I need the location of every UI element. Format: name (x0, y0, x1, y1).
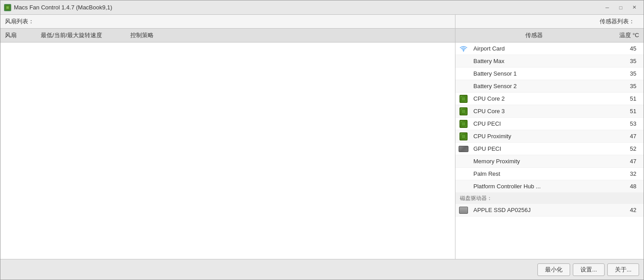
cpu-icon-core3 (455, 107, 472, 115)
sensor-row-cpu-peci[interactable]: CPU PECI 53 (455, 118, 644, 130)
cpu-icon-peci (455, 120, 472, 128)
sensor-row-palm[interactable]: Palm Rest 32 (455, 168, 644, 180)
fan-table-body (0, 42, 455, 259)
sensor-row-airport[interactable]: Airport Card 45 (455, 42, 644, 55)
sensor-temp-cpu-core3: 51 (617, 108, 644, 115)
app-icon (4, 4, 11, 11)
sensor-row-battery-sensor2[interactable]: Battery Sensor 2 35 (455, 80, 644, 93)
sensor-temp-mem-prox: 47 (617, 158, 644, 165)
sensor-name-cpu-prox: CPU Proximity (472, 133, 617, 140)
sensor-row-battery-sensor1[interactable]: Battery Sensor 1 35 (455, 68, 644, 80)
sensor-temp-gpu-peci: 52 (617, 145, 644, 152)
title-bar: Macs Fan Control 1.4.7 (MacBook9,1) ─ □ … (0, 0, 644, 15)
sensor-name-gpu-peci: GPU PECI (472, 145, 617, 152)
sensor-temp-cpu-peci: 53 (617, 120, 644, 127)
cpu-icon-core2 (455, 95, 472, 103)
sensor-name-mem-prox: Memory Proximity (472, 158, 617, 165)
window-title: Macs Fan Control 1.4.7 (MacBook9,1) (14, 4, 601, 11)
sensor-row-cpu-core3[interactable]: CPU Core 3 51 (455, 105, 644, 118)
maximize-btn[interactable]: □ (615, 3, 627, 12)
sensor-row-battery-max[interactable]: Battery Max 35 (455, 55, 644, 68)
sensor-temp-pch: 48 (617, 183, 644, 190)
wifi-icon (455, 46, 472, 52)
sensor-list: Airport Card 45 Battery Max 35 Battery S… (455, 42, 644, 259)
minimize-button[interactable]: 最小化 (537, 263, 570, 276)
sensor-name-cpu-core2: CPU Core 2 (472, 95, 617, 102)
bottom-bar: 最小化 设置... 关于... (0, 259, 644, 280)
sensor-row-mem-prox[interactable]: Memory Proximity 47 (455, 155, 644, 168)
sensor-name-battery-s2: Battery Sensor 2 (472, 83, 617, 89)
sensor-col-header: 传感器 (455, 31, 612, 39)
svg-point-2 (463, 50, 464, 51)
sensor-temp-cpu-prox: 47 (617, 133, 644, 140)
sensor-name-palm: Palm Rest (472, 170, 617, 177)
sensor-section-header: 传感器列表： (455, 15, 644, 28)
sensor-name-cpu-core3: CPU Core 3 (472, 108, 617, 115)
sensor-temp-battery-s2: 35 (617, 83, 644, 89)
strategy-col-header: 控制策略 (126, 31, 455, 39)
speed-col-header: 最低/当前/最大旋转速度 (36, 31, 126, 39)
fan-panel: 风扇列表： 风扇 最低/当前/最大旋转速度 控制策略 (0, 15, 455, 259)
fan-col-header: 风扇 (0, 31, 36, 39)
sensor-row-ssd[interactable]: APPLE SSD AP0256J 42 (455, 204, 644, 216)
sensor-temp-cpu-core2: 51 (617, 95, 644, 102)
sensor-row-pch[interactable]: Platform Controller Hub ... 48 (455, 180, 644, 193)
disk-icon-ssd (455, 207, 472, 214)
main-window: Macs Fan Control 1.4.7 (MacBook9,1) ─ □ … (0, 0, 644, 280)
sensor-name-battery-s1: Battery Sensor 1 (472, 70, 617, 77)
sensor-name-battery-max: Battery Max (472, 58, 617, 64)
minimize-btn[interactable]: ─ (601, 3, 613, 12)
sensor-row-cpu-prox[interactable]: CPU Proximity 47 (455, 130, 644, 143)
gpu-icon-peci (455, 146, 472, 152)
sensor-temp-airport: 45 (617, 45, 644, 52)
sensor-row-cpu-core2[interactable]: CPU Core 2 51 (455, 93, 644, 105)
sensor-name-cpu-peci: CPU PECI (472, 120, 617, 127)
window-controls: ─ □ ✕ (601, 3, 640, 12)
disk-section-label-row: 磁盘驱动器： (455, 193, 644, 204)
disk-section-label: 磁盘驱动器： (460, 195, 492, 202)
svg-rect-1 (6, 6, 9, 9)
temp-col-header: 温度 °C (612, 31, 644, 39)
sensor-name-airport: Airport Card (472, 45, 617, 52)
about-button[interactable]: 关于... (607, 263, 639, 276)
fan-table-header: 风扇 最低/当前/最大旋转速度 控制策略 (0, 28, 455, 42)
sensor-temp-palm: 32 (617, 170, 644, 177)
sensor-temp-battery-s1: 35 (617, 70, 644, 77)
sensor-name-pch: Platform Controller Hub ... (472, 183, 617, 190)
sensor-temp-battery-max: 35 (617, 58, 644, 64)
sensor-table-header: 传感器 温度 °C (455, 28, 644, 42)
sensor-row-gpu-peci[interactable]: GPU PECI 52 (455, 143, 644, 155)
fan-section-header: 风扇列表： (0, 15, 455, 28)
main-content: 风扇列表： 风扇 最低/当前/最大旋转速度 控制策略 传感器列表： 传感器 温度… (0, 15, 644, 259)
close-btn[interactable]: ✕ (628, 3, 640, 12)
sensor-name-ssd: APPLE SSD AP0256J (472, 207, 617, 213)
settings-button[interactable]: 设置... (573, 263, 605, 276)
sensor-panel: 传感器列表： 传感器 温度 °C (455, 15, 644, 259)
sensor-temp-ssd: 42 (617, 207, 644, 213)
cpu-icon-prox (455, 132, 472, 140)
